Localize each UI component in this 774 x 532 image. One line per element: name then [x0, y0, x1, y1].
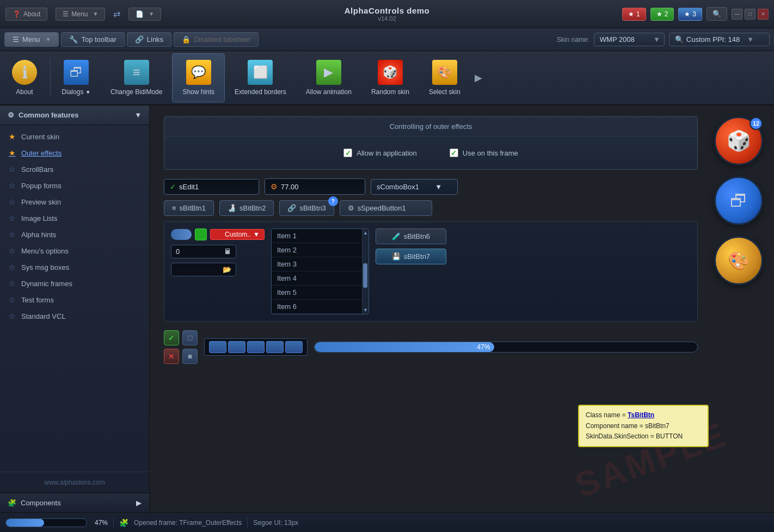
use-on-frame-checkbox[interactable]: ✓ Use on this frame	[450, 149, 518, 157]
components-arrow-icon: ▶	[136, 499, 142, 507]
lock-icon: 🔒	[182, 35, 191, 44]
sidebar-item-current-skin[interactable]: ★ Current skin	[0, 128, 149, 145]
panel-body: ✓ Allow in application ✓ Use on this fra…	[164, 137, 697, 169]
tooltip-component-name: Component name = sBitBtn7	[586, 421, 701, 431]
sbitbtn3[interactable]: 🔗 sBitBtn3 ?	[279, 200, 334, 216]
status-separator-2	[247, 517, 248, 528]
circle-gold-btn[interactable]: 🎨	[714, 236, 763, 285]
sbitbtn1[interactable]: ≡ sBitBtn1	[164, 200, 214, 216]
segmented-control	[204, 338, 308, 356]
seg-btn-2[interactable]	[228, 341, 245, 353]
file-input[interactable]: 📂	[171, 263, 236, 276]
main-progress-bar: 47%	[314, 342, 698, 352]
sidebar-item-standard-vcl[interactable]: ☆ Standard VCL	[0, 308, 149, 324]
top-toolbar-label: Top toolbar	[81, 35, 116, 44]
check-stack: ✓ □ ✕ ■	[164, 330, 198, 364]
list-item-1[interactable]: Item 1	[272, 229, 368, 243]
toolbar-allow-animation[interactable]: ▶ Allow animation	[296, 53, 361, 102]
custom-color-btn[interactable]: Custom.. ▼	[210, 229, 265, 240]
toolbar-extended-borders[interactable]: ⬜ Extended borders	[225, 53, 296, 102]
star1-label: 1	[636, 10, 640, 18]
search-button[interactable]: 🔍	[707, 7, 727, 21]
minimize-button[interactable]: —	[732, 9, 742, 20]
seg-btn-1[interactable]	[209, 341, 226, 353]
list-item-5[interactable]: Item 5	[272, 286, 368, 300]
listbox[interactable]: Item 1 Item 2 Item 3 Item 4 Item 5 Item …	[271, 228, 369, 314]
check-green-btn[interactable]: ✓	[164, 330, 179, 345]
circle-blue-btn[interactable]: 🗗	[714, 176, 763, 225]
toolbar-change-bidimode[interactable]: ≡ Change BidiMode	[101, 53, 172, 102]
sidebar-item-preview-skin[interactable]: ☆ Preview skin	[0, 194, 149, 210]
menu-button[interactable]: ☰ Menu ▼	[56, 8, 105, 21]
status-font-info: Segoe UI; 13px	[253, 519, 298, 527]
toolbar-random-skin[interactable]: 🎲 Random skin	[361, 53, 419, 102]
sidebar-components[interactable]: 🧩 Components ▶	[0, 493, 149, 512]
toolbar-select-skin[interactable]: 🎨 Select skin	[419, 53, 470, 102]
close-button[interactable]: ✕	[758, 9, 769, 20]
list-item-6[interactable]: Item 6	[272, 300, 368, 314]
sidebar-item-image-lists[interactable]: ☆ Image Lists	[0, 210, 149, 226]
circle-dice-btn[interactable]: 🎲 12	[714, 116, 763, 165]
sedit1-field[interactable]: ✓ sEdit1	[164, 179, 259, 195]
sidebar-item-outer-effects[interactable]: ★ Outer effects	[0, 145, 149, 161]
bitbtn6-label: sBitBtn6	[404, 232, 430, 240]
status-progress-bar	[5, 518, 87, 527]
sidebar-item-test-forms[interactable]: ☆ Test forms	[0, 292, 149, 308]
bitbtn1-label: sBitBtn1	[180, 204, 206, 212]
toolbar-more-btn[interactable]: ▶	[470, 72, 487, 84]
scombobox1[interactable]: sComboBox1 ▼	[371, 179, 458, 195]
top-toolbar-btn[interactable]: 🔧 Top toolbar	[61, 32, 124, 47]
sbitbtn6[interactable]: 🧪 sBitBtn6	[376, 228, 446, 244]
about-button[interactable]: ❓ About	[5, 8, 47, 21]
sidebar-item-sys-msg-boxes[interactable]: ☆ Sys msg boxes	[0, 259, 149, 275]
listbox-scrollbar[interactable]: ▲ ▼	[362, 229, 368, 314]
sidebar-item-alpha-hints[interactable]: ☆ Alpha hints	[0, 226, 149, 243]
seg-btn-3[interactable]	[247, 341, 265, 353]
sidebar-header[interactable]: ⚙ Common features ▼	[0, 106, 149, 125]
sidebar-item-label: Popup forms	[21, 182, 62, 190]
toolbar-animation-label: Allow animation	[306, 88, 352, 96]
allow-in-app-checkbox[interactable]: ✓ Allow in application	[343, 149, 417, 157]
sidebar-item-dynamic-frames[interactable]: ☆ Dynamic frames	[0, 275, 149, 292]
toolbar-select-label: Select skin	[429, 88, 460, 96]
sbitbtn2[interactable]: 🍶 sBitBtn2	[219, 200, 274, 216]
sbitbtn7[interactable]: 💾 sBitBtn7	[376, 249, 446, 264]
stack-btn-2[interactable]: ■	[182, 349, 198, 364]
links-btn[interactable]: 🔗 Links	[127, 32, 171, 47]
check-row-1: ✓ □	[164, 330, 198, 345]
toolbar-dialogs[interactable]: 🗗 Dialogs ▼	[52, 53, 101, 102]
use-on-frame-label: Use on this frame	[463, 149, 518, 157]
maximize-button[interactable]: □	[745, 9, 755, 20]
star-button-3[interactable]: ★ 3	[678, 8, 702, 21]
seg-btn-5[interactable]	[285, 341, 303, 353]
check-red-btn[interactable]: ✕	[164, 349, 179, 364]
status-opened-frame: Opened frame: TFrame_OuterEffects	[134, 519, 242, 527]
disabled-tab-label: Disabled tabsheet	[194, 35, 250, 44]
skin-select[interactable]: WMP 2008	[594, 33, 665, 46]
toggle-green[interactable]	[195, 228, 207, 240]
components-label: Components	[21, 499, 61, 507]
page-btn[interactable]: 📄 ▼	[128, 8, 161, 21]
sidebar-item-menus-options[interactable]: ☆ Menu's options	[0, 243, 149, 259]
toggle-blue[interactable]	[171, 229, 192, 240]
seg-btn-4[interactable]	[266, 341, 284, 353]
sidebar-item-scrollbars[interactable]: ☆ ScrollBars	[0, 161, 149, 177]
star-filled-icon: ★	[9, 132, 16, 141]
toolbar-about[interactable]: ℹ About	[0, 53, 49, 102]
toolbar-about-label: About	[16, 88, 33, 96]
sspeedbutton1[interactable]: ⚙ sSpeedButton1	[340, 200, 432, 216]
list-item-3[interactable]: Item 3	[272, 257, 368, 271]
sedit-num-field[interactable]: ⚙ 77.00	[265, 178, 365, 195]
star-button-1[interactable]: ★ 1	[622, 8, 646, 21]
list-item-4[interactable]: Item 4	[272, 271, 368, 286]
status-pct-label: 47%	[95, 519, 108, 527]
sidebar-item-popup-forms[interactable]: ☆ Popup forms	[0, 177, 149, 194]
toolbar-hints-label: Show hints	[182, 88, 214, 96]
ppi-select[interactable]: 🔍 Custom PPI: 148 ▼	[669, 33, 770, 46]
stack-btn-1[interactable]: □	[182, 330, 198, 345]
list-item-2[interactable]: Item 2	[272, 243, 368, 257]
num-input[interactable]: 0 🖩	[171, 245, 236, 258]
toolbar-show-hints[interactable]: 💬 Show hints	[172, 53, 225, 102]
menu-btn[interactable]: ☰ Menu ▼	[4, 32, 59, 47]
star-button-2[interactable]: ★ 2	[650, 8, 674, 21]
